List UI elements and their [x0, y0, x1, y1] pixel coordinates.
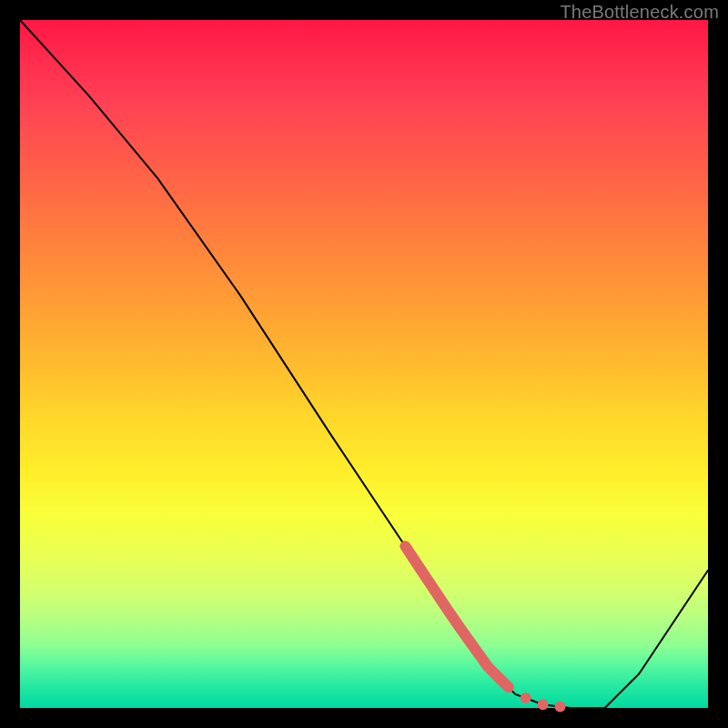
highlight-dot: [521, 693, 531, 703]
highlight-dot: [538, 699, 549, 710]
highlight-segment: [405, 546, 508, 687]
highlight-dots: [521, 693, 566, 713]
bottleneck-curve-line: [20, 20, 708, 708]
curve-svg: [20, 20, 708, 708]
plot-area: [20, 20, 708, 708]
chart-frame: TheBottleneck.com: [0, 0, 728, 728]
highlight-dot: [555, 702, 566, 713]
